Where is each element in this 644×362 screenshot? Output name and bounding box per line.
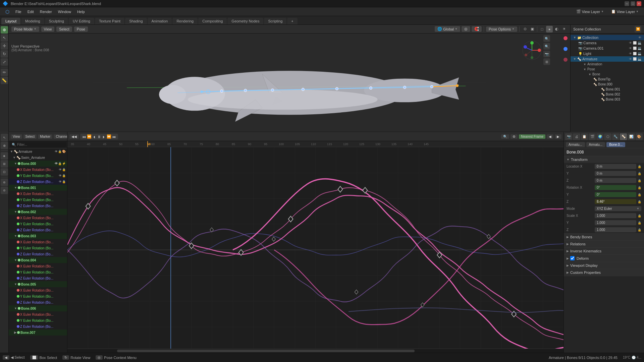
gchan-bone005[interactable]: ▼ Bone.005 — [9, 281, 67, 287]
channel-filter-input[interactable] — [17, 143, 64, 146]
gchan-bone006-x[interactable]: X Euler Rotation (Bo... — [9, 311, 67, 317]
gchan-bone002-x[interactable]: X Euler Rotation (Bo... — [9, 215, 67, 221]
gchan-bone005-y[interactable]: Y Euler Rotation (Bo... — [9, 293, 67, 299]
gchan-bone007[interactable]: ▶ Bone.007 — [9, 329, 67, 336]
menu-render[interactable]: Render — [37, 9, 55, 14]
tree-item-bone[interactable]: ▼ Bone — [571, 72, 644, 77]
shading-solid[interactable]: ● — [546, 26, 553, 33]
pose-context[interactable]: Armatu... — [586, 142, 605, 147]
play-btn[interactable]: ⏮ — [82, 135, 86, 139]
prop-tab-output[interactable]: 🖨 — [573, 133, 580, 140]
armature-context[interactable]: Armatu... — [566, 142, 585, 147]
graph-tool-3[interactable]: ⊡ — [1, 168, 8, 176]
gchan-bone004-x[interactable]: X Euler Rotation (Bo... — [9, 263, 67, 269]
tree-item-armature[interactable]: ▼ 🦴 Armature 👁 ⬜ 💻 — [571, 56, 644, 62]
scrollbar-thumb[interactable] — [117, 350, 415, 352]
transform-header[interactable]: ▼ Transform — [564, 156, 644, 163]
gchan-bone003[interactable]: ▼ Bone.003 — [9, 233, 67, 239]
gchan-bone001-z[interactable]: Z Euler Rotation (Bo... — [9, 203, 67, 209]
gchan-bone001[interactable]: ▼ Bone.001 — [9, 185, 67, 191]
gchan-bone004-y[interactable]: Y Euler Rotation (Bo... — [9, 269, 67, 275]
graph-tool-2[interactable]: ⊞ — [1, 160, 8, 168]
gchan-bone006-z[interactable]: Z Euler Rotation (Bo... — [9, 323, 67, 329]
snap-toggle[interactable]: 🧲 — [472, 26, 482, 32]
prop-tab-view-layer[interactable]: 📋 — [581, 133, 588, 140]
gchan-bone005-x[interactable]: X Euler Rotation (Bo... — [9, 287, 67, 293]
prop-tab-bone[interactable]: 🦴 — [620, 133, 627, 140]
tab-uv-editing[interactable]: UV Editing — [69, 18, 94, 24]
location-y-lock[interactable]: 🔒 — [638, 172, 641, 175]
rotation-y-value[interactable]: 0° — [595, 192, 636, 197]
tab-rendering[interactable]: Rendering — [172, 18, 198, 24]
gchan-bone000[interactable]: ▼ Bone.000 👁🔒⚡ — [9, 161, 67, 167]
move-tool[interactable]: ✛ — [1, 42, 8, 50]
tab-animation[interactable]: Animation — [148, 18, 172, 24]
graph-select-menu[interactable]: Select — [23, 134, 37, 139]
gchan-bone005-z[interactable]: Z Euler Rotation (Bo... — [9, 299, 67, 305]
menu-edit[interactable]: Edit — [25, 9, 37, 14]
scene-selector[interactable]: 🎬View Layer▼ — [574, 9, 606, 14]
location-z-lock[interactable]: 🔒 — [638, 179, 641, 182]
graph-channel-menu[interactable]: Channel — [54, 134, 67, 139]
tree-item-pose[interactable]: ▼ Pose — [571, 67, 644, 72]
relations-header[interactable]: ▶ Relations — [564, 241, 644, 247]
gchan-armature[interactable]: ▼ 🦴 Armature 👁 🔒 🎨 — [9, 148, 67, 155]
pose-options[interactable]: Pose Options▼ — [486, 26, 517, 32]
tab-compositing[interactable]: Compositing — [198, 18, 227, 24]
tab-modeling[interactable]: Modeling — [21, 18, 44, 24]
xray-toggle[interactable]: ▣ — [529, 26, 536, 33]
gchan-bone003-z[interactable]: Z Euler Rotation (Bo... — [9, 251, 67, 257]
rotation-x-lock[interactable]: 🔒 — [638, 186, 641, 189]
rotation-x-value[interactable]: 0° — [595, 185, 636, 190]
graph-nav-left[interactable]: ◀◀ — [69, 134, 79, 139]
rotation-z-value[interactable]: 8.46° — [595, 199, 636, 204]
gchan-bone002-y[interactable]: Y Euler Rotation (Bo... — [9, 221, 67, 227]
prev-key-btn[interactable]: ⏴ — [93, 135, 96, 139]
transform-global[interactable]: 🌐Global▼ — [435, 26, 460, 32]
graph-tool-select[interactable]: ↖ — [1, 134, 8, 141]
gchan-bone004[interactable]: ▼ Bone.004 — [9, 257, 67, 263]
tree-item-animation[interactable]: ▼ Animation — [571, 62, 644, 67]
tab-geometry-nodes[interactable]: Geometry Nodes — [227, 18, 263, 24]
graph-tool-5[interactable]: ⊜ — [1, 187, 8, 194]
channel-tree-scroll[interactable]: ▼ 🦴 Armature 👁 🔒 🎨 ▼ 🦴 Swim_Armature — [9, 148, 67, 351]
select-menu[interactable]: Select — [56, 26, 72, 32]
view-menu[interactable]: View — [41, 26, 55, 32]
viewport-display-header[interactable]: ▶ Viewport Display — [564, 262, 644, 269]
prop-tab-scene[interactable]: 🎬 — [589, 133, 596, 140]
graph-tool-cursor[interactable]: ⊕ — [1, 142, 8, 149]
location-x-value[interactable]: 0 m — [595, 164, 636, 169]
graph-settings-btn[interactable]: ⚙ — [511, 134, 518, 139]
tab-texture-paint[interactable]: Texture Paint — [95, 18, 124, 24]
scale-z-lock[interactable]: 🔒 — [638, 228, 641, 232]
close-button[interactable]: ✕ — [637, 1, 641, 6]
prop-tab-world[interactable]: 🌍 — [596, 133, 603, 140]
shading-rendered[interactable]: ☀ — [561, 26, 568, 33]
prev-frame-btn[interactable]: ⏪ — [87, 134, 92, 139]
tree-item-bone003[interactable]: 🦴 Bone.003 — [571, 97, 644, 102]
view-layer-selector[interactable]: 📋View Layer▼ — [608, 9, 641, 14]
rotation-y-lock[interactable]: 🔒 — [638, 193, 641, 196]
menu-file[interactable]: File — [13, 9, 24, 14]
cursor-tool[interactable]: ⊕ — [1, 26, 8, 34]
annotate-tool[interactable]: ✏ — [1, 69, 8, 76]
prop-tab-material[interactable]: 🎨 — [636, 133, 643, 140]
tab-shading[interactable]: Shading — [125, 18, 147, 24]
graph-tool-1[interactable]: ◈ — [1, 152, 8, 160]
tree-item-light[interactable]: 💡 Light 👁 ⬜ 💻 — [571, 51, 644, 56]
shading-material[interactable]: ◐ — [553, 26, 560, 33]
nearest-frame-btn[interactable]: Nearest Frame — [519, 134, 545, 139]
maximize-button[interactable]: □ — [631, 1, 635, 6]
deform-checkbox[interactable] — [570, 256, 575, 260]
last-frame-btn[interactable]: ⏭ — [112, 135, 116, 139]
gchan-bone000-x[interactable]: X Euler Rotation (Bo... 👁🔒 — [9, 167, 67, 173]
gchan-swim-armature[interactable]: ▼ 🦴 Swim_Armature — [9, 155, 67, 161]
scale-y-lock[interactable]: 🔒 — [638, 221, 641, 225]
minimize-button[interactable]: ─ — [625, 1, 629, 6]
tab-layout[interactable]: Layout — [1, 18, 20, 24]
location-y-value[interactable]: 0 m — [595, 171, 636, 176]
gchan-bone002-z[interactable]: Z Euler Rotation (Bo... — [9, 227, 67, 233]
measure-tool[interactable]: 📏 — [1, 77, 8, 84]
rotate-tool[interactable]: ↻ — [1, 50, 8, 58]
gchan-bone000-z[interactable]: Z Euler Rotation (Bo... 👁🔒 — [9, 179, 67, 185]
